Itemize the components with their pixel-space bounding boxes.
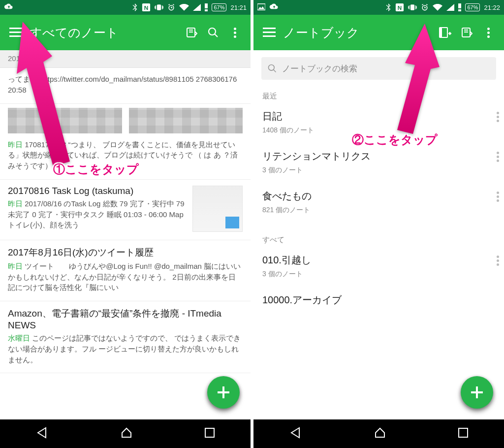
cloud-upload-icon <box>4 3 14 12</box>
note-item[interactable]: Amazon、電子書籍の“最安値”条件を撤廃 - ITmedia NEWS 水曜… <box>0 301 251 373</box>
battery-indicator: 67% <box>465 3 480 11</box>
item-overflow[interactable] <box>497 256 499 266</box>
svg-rect-8 <box>205 428 214 437</box>
status-time: 21:21 <box>230 4 247 11</box>
status-time: 21:22 <box>484 4 500 11</box>
notebook-count: 3 個のノート <box>262 166 495 175</box>
battery-indicator: 67% <box>212 3 226 11</box>
vibrate-icon <box>408 3 417 11</box>
notebook-name: 010.引越し <box>262 254 495 267</box>
note-body: ツイート ゆうびんや@Log is Fun!! @do_mailman 脳にはい… <box>8 262 241 292</box>
hamburger-button[interactable] <box>5 22 27 43</box>
bluetooth-icon <box>132 3 138 11</box>
notebook-name: リテンションマトリクス <box>262 150 495 163</box>
recents-button[interactable] <box>458 427 469 440</box>
item-overflow[interactable] <box>497 152 499 162</box>
note-title: 20170816 Task Log (taskuma) <box>8 186 187 196</box>
item-overflow[interactable] <box>497 192 499 202</box>
back-button[interactable] <box>289 426 302 441</box>
section-recent: 最近 <box>253 87 504 104</box>
app-bar: すべてのノート <box>0 15 251 50</box>
note-day: 水曜日 <box>8 334 30 342</box>
svg-rect-13 <box>410 4 414 10</box>
nfc-icon: N <box>395 3 404 12</box>
app-bar: ノートブック <box>253 15 504 50</box>
vibrate-icon <box>155 3 163 11</box>
bluetooth-icon <box>385 3 391 11</box>
phone-left: N 67% 21:21 すべてのノート <box>0 0 251 448</box>
notebook-count: 1408 個のノート <box>262 126 495 135</box>
note-item[interactable]: 2017年8月16日(水)のツイート履歴 昨日 ツイート ゆうびんや@Log i… <box>0 240 251 301</box>
svg-rect-4 <box>205 3 208 8</box>
note-item[interactable]: ってま た https://twitter.com/do_mailman/sta… <box>0 68 251 104</box>
notebook-count: 3 個のノート <box>262 270 495 279</box>
note-body: 170817-08 8 “つまり、 ブログを書くことに、価値を見出せている」状態… <box>8 140 238 170</box>
note-thumbnail <box>192 186 243 232</box>
search-field[interactable]: ノートブックの検索 <box>261 57 496 80</box>
recents-button[interactable] <box>204 427 215 440</box>
home-button[interactable] <box>374 426 386 441</box>
note-body: 2017/08/16 のTask Log 総数 79 完了・実行中 79 未完了… <box>8 199 185 229</box>
note-thumbnails <box>0 104 251 133</box>
item-overflow[interactable] <box>497 112 499 122</box>
notebook-item[interactable]: 10000.アーカイブ <box>253 288 504 316</box>
notebook-name: 日記 <box>262 110 495 123</box>
notebook-name: 10000.アーカイブ <box>262 293 495 307</box>
note-title: 2017年8月16日(水)のツイート履歴 <box>8 246 243 259</box>
svg-text:N: N <box>144 4 148 11</box>
fab-add[interactable] <box>207 376 240 409</box>
note-day: 昨日 <box>8 262 23 270</box>
phone-right: N 67% 21:22 ノートブック <box>253 0 504 448</box>
svg-text:N: N <box>398 4 402 11</box>
image-icon <box>257 3 265 12</box>
search-button[interactable] <box>202 22 224 43</box>
share-button[interactable] <box>456 22 477 43</box>
notebook-name: 食べたもの <box>262 190 495 203</box>
notebook-list[interactable]: ノートブックの検索 最近 日記 1408 個のノート リテンションマトリクス 3… <box>253 50 504 419</box>
hamburger-button[interactable] <box>258 22 280 43</box>
svg-point-20 <box>269 65 275 71</box>
notes-list[interactable]: 2017 月 ってま た https://twitter.com/do_mail… <box>0 50 251 419</box>
nav-bar <box>0 419 251 448</box>
notebook-item[interactable]: リテンションマトリクス 3 個のノート <box>253 144 504 184</box>
alarm-icon <box>421 3 429 11</box>
note-item[interactable]: 昨日 170817-08 8 “つまり、 ブログを書くことに、価値を見出せている… <box>0 133 251 180</box>
new-note-button[interactable] <box>181 22 202 43</box>
notebook-item[interactable]: 010.引越し 3 個のノート <box>253 248 504 288</box>
note-body: ってま た https://twitter.com/do_mailman/sta… <box>8 75 237 94</box>
signal-icon <box>193 4 201 11</box>
date-header: 2017 月 <box>0 50 251 68</box>
svg-rect-15 <box>458 3 461 8</box>
fab-add[interactable] <box>461 376 493 409</box>
note-title: Amazon、電子書籍の“最安値”条件を撤廃 - ITmedia NEWS <box>8 307 243 331</box>
search-placeholder: ノートブックの検索 <box>282 63 357 74</box>
nfc-icon: N <box>142 3 151 12</box>
section-all: すべて <box>253 230 504 248</box>
svg-rect-16 <box>458 9 461 11</box>
note-item[interactable]: 20170816 Task Log (taskuma) 昨日 2017/08/1… <box>0 180 251 240</box>
alarm-icon <box>167 3 175 11</box>
back-button[interactable] <box>36 426 49 441</box>
svg-rect-2 <box>157 4 161 10</box>
signal-icon <box>446 4 454 11</box>
notebook-item[interactable]: 日記 1408 個のノート <box>253 104 504 144</box>
appbar-title: すべてのノート <box>27 25 181 41</box>
warn-icon <box>458 3 461 11</box>
overflow-button[interactable] <box>224 22 246 43</box>
svg-rect-18 <box>440 28 442 37</box>
cloud-upload-icon <box>269 3 279 12</box>
nav-bar <box>253 419 504 448</box>
home-button[interactable] <box>120 426 133 441</box>
notebook-count: 821 個のノート <box>262 206 495 215</box>
wifi-icon <box>179 4 189 11</box>
status-bar: N 67% 21:21 <box>0 0 251 15</box>
svg-point-7 <box>209 28 216 35</box>
overflow-button[interactable] <box>477 22 499 43</box>
new-notebook-button[interactable] <box>434 22 456 43</box>
note-day: 昨日 <box>8 140 23 149</box>
notebook-item[interactable]: 食べたもの 821 個のノート <box>253 184 504 224</box>
svg-rect-21 <box>459 428 468 437</box>
warn-icon <box>205 3 208 11</box>
appbar-title: ノートブック <box>280 25 434 41</box>
wifi-icon <box>433 4 442 11</box>
